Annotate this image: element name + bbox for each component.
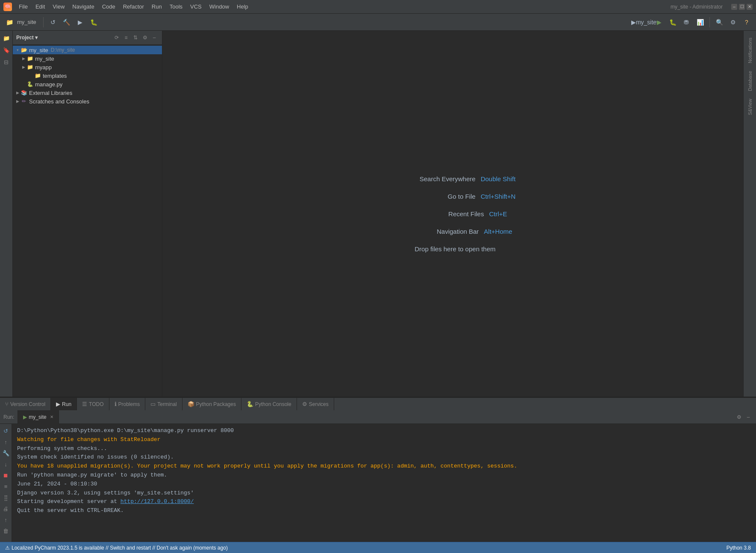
console-line: System check identified no issues (0 sil… [17, 453, 751, 462]
jump-button[interactable]: ↑ [1, 515, 11, 525]
sidebar-refresh-button[interactable]: ⟳ [112, 33, 121, 42]
debug-action-button[interactable]: 🐛 [667, 16, 679, 28]
list-button[interactable]: ≡ [1, 481, 11, 491]
warning-icon: ⚠ [5, 545, 10, 551]
folder-icon-templates: 📁 [34, 72, 41, 79]
close-button[interactable]: ✕ [747, 4, 753, 10]
run-action-button[interactable]: ▶ [653, 16, 665, 28]
bottom-tab-terminal[interactable]: ▭Terminal [145, 398, 182, 411]
coverage-button[interactable]: ⛃ [680, 16, 692, 28]
tree-arrow-ext-libs[interactable]: ▶ [15, 90, 21, 96]
tree-item-external-libs[interactable]: ▶ 📚 External Libraries [13, 88, 162, 97]
build-button[interactable]: 🔨 [61, 16, 73, 28]
tree-item-myapp[interactable]: ▶ 📁 myapp [13, 63, 162, 71]
settings-btn[interactable]: 🔧 [1, 448, 11, 458]
tree-label-scratches: Scratches and Consoles [29, 98, 89, 105]
tree-item-my-site-inner[interactable]: ▶ 📁 my_site [13, 54, 162, 63]
maximize-button[interactable]: ☐ [739, 4, 745, 10]
clear-button[interactable]: 🗑 [1, 526, 11, 536]
rerun-button[interactable]: ↺ [47, 16, 59, 28]
sidebar-collapse-button[interactable]: ≡ [122, 33, 130, 42]
sidebar-sort-button[interactable]: ⇅ [131, 33, 140, 42]
bottom-tab-python-console[interactable]: 🐍Python Console [241, 398, 297, 411]
menu-item-tools[interactable]: Tools [166, 2, 186, 11]
sidebar: Project ▾ ⟳ ≡ ⇅ ⚙ – ▾ 📂 my_site D:\my_si… [13, 31, 162, 397]
menu-item-refactor[interactable]: Refactor [120, 2, 147, 11]
menu-item-view[interactable]: View [49, 2, 68, 11]
bottom-panel: ⑂Version Control▶Run☰TODOℹProblems▭Termi… [0, 397, 756, 542]
window-title: my_site - Administrator [671, 4, 723, 10]
console-line: Quit the server with CTRL-BREAK. [17, 506, 751, 515]
tree-item-my-site-root[interactable]: ▾ 📂 my_site D:\my_site [13, 46, 162, 54]
bottom-tab-python-packages[interactable]: 📦Python Packages [182, 398, 241, 411]
bottom-tab-todo[interactable]: ☰TODO [77, 398, 109, 411]
sidebar-minimize-button[interactable]: – [150, 33, 159, 42]
bottom-tab-services[interactable]: ⚙Services [297, 398, 334, 411]
rerun-button[interactable]: ↺ [1, 426, 11, 436]
tab-icon: 📦 [188, 401, 194, 407]
print-button[interactable]: 🖨 [1, 503, 11, 514]
status-python-version[interactable]: Python 3.8 [725, 544, 753, 552]
run-tab-my-site[interactable]: ▶ my_site ✕ [18, 410, 59, 424]
welcome-row: Recent FilesCtrl+E [398, 210, 507, 218]
scroll-down-button[interactable]: ↓ [1, 459, 11, 469]
menu-item-window[interactable]: Window [206, 2, 232, 11]
stop-button[interactable]: ⏹ [1, 470, 11, 480]
help-button[interactable]: ? [741, 16, 753, 28]
run-label: Run: [3, 414, 14, 420]
activity-project[interactable]: 📁 [1, 32, 12, 44]
menu-item-vcs[interactable]: VCS [187, 2, 205, 11]
menu-item-help[interactable]: Help [233, 2, 252, 11]
welcome-row: Drop files here to open them [410, 245, 496, 253]
tree-item-manage-py[interactable]: ▶ 🐍 manage.py [13, 80, 162, 88]
tab-icon: ▶ [56, 401, 60, 407]
tree-label-my-site-inner: my_site [35, 56, 54, 62]
debug-button[interactable]: 🐛 [88, 16, 100, 28]
scroll-up-button[interactable]: ↑ [1, 437, 11, 447]
right-tab-notifications[interactable]: Notifications [746, 34, 754, 67]
tree-item-templates[interactable]: ▶ 📁 templates [13, 71, 162, 80]
bottom-tab-problems[interactable]: ℹProblems [109, 398, 146, 411]
tree-item-scratches[interactable]: ▶ ✏ Scratches and Consoles [13, 97, 162, 106]
search-button[interactable]: 🔍 [713, 16, 725, 28]
menu-item-run[interactable]: Run [148, 2, 165, 11]
console-line: Starting development server at http://12… [17, 497, 751, 506]
run-button[interactable]: ▶ [74, 16, 86, 28]
bottom-tab-run[interactable]: ▶Run [51, 398, 77, 411]
tree-arrow-my-site-root[interactable]: ▾ [15, 47, 21, 53]
toolbar-separator-2 [709, 17, 710, 27]
run-tab-close[interactable]: ✕ [50, 415, 53, 419]
run-config-button[interactable]: ▶ my_site ▾ [639, 16, 651, 28]
menu-item-edit[interactable]: Edit [32, 2, 48, 11]
sidebar-settings-button[interactable]: ⚙ [141, 33, 149, 42]
activity-structure[interactable]: ⊟ [1, 56, 12, 68]
bottom-tab-version-control[interactable]: ⑂Version Control [0, 398, 51, 411]
menu-item-file[interactable]: File [15, 2, 31, 11]
console-line: June 21, 2024 - 08:10:30 [17, 480, 751, 489]
run-tab-icon: ▶ [23, 414, 27, 420]
tab-icon: ⚙ [302, 401, 307, 407]
menu-item-code[interactable]: Code [99, 2, 119, 11]
panel-minimize-button[interactable]: – [744, 413, 753, 421]
tree-arrow-my-site-inner[interactable]: ▶ [21, 56, 26, 62]
tab-icon: ▭ [150, 401, 156, 407]
settings-button[interactable]: ⚙ [727, 16, 739, 28]
right-tab-sview[interactable]: S&View [746, 95, 754, 118]
activity-bookmarks[interactable]: 🔖 [1, 44, 12, 56]
run-left-toolbar: ↺ ↑ 🔧 ↓ ⏹ ≡ ⣿ 🖨 ↑ 🗑 [0, 424, 12, 542]
layout-button[interactable]: ⣿ [1, 492, 11, 503]
tree-arrow-scratches[interactable]: ▶ [15, 98, 21, 104]
panel-settings-button[interactable]: ⚙ [735, 413, 743, 421]
welcome-shortcut: Ctrl+E [489, 210, 507, 218]
server-url-link[interactable]: http://127.0.0.1:8000/ [121, 498, 194, 505]
tree-arrow-myapp[interactable]: ▶ [21, 64, 26, 70]
menu-item-navigate[interactable]: Navigate [69, 2, 97, 11]
right-tab-database[interactable]: Database [746, 68, 754, 94]
tab-icon: ☰ [82, 401, 87, 407]
console-line: Watching for file changes with StatReloa… [17, 435, 751, 444]
minimize-button[interactable]: – [731, 4, 737, 10]
tab-label: Services [309, 401, 329, 407]
profile-button[interactable]: 📊 [694, 16, 706, 28]
status-warning[interactable]: ⚠ Localized PyCharm 2023.1.5 is availabl… [3, 544, 229, 552]
sidebar-dropdown-icon[interactable]: ▾ [35, 35, 38, 41]
